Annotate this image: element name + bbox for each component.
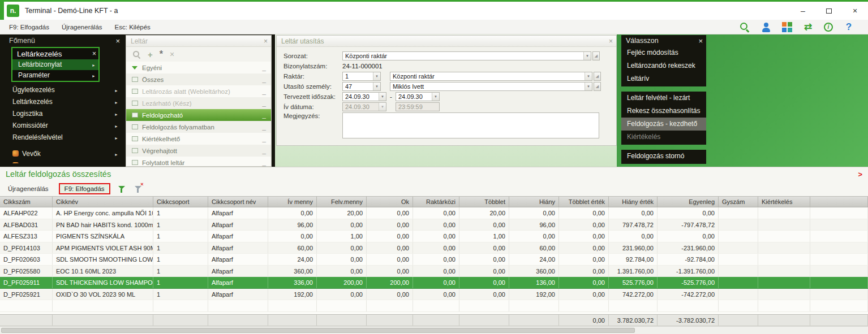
maximize-button[interactable]: [816, 2, 842, 20]
fomenu-item[interactable]: Logisztika►: [5, 108, 123, 120]
table-row[interactable]: D_PF025580EOC 10.1 60ML 20231Alfaparf360…: [0, 266, 868, 277]
submenu-item[interactable]: Leltárbizonylat►: [12, 59, 98, 70]
submenu-item[interactable]: Paraméter►: [12, 70, 98, 81]
dropdown-arrow-icon[interactable]: ▼: [373, 72, 380, 80]
idoszak-from-datepicker[interactable]: 24.09.30 ▼: [342, 92, 386, 101]
search-icon[interactable]: [132, 50, 141, 59]
totals-cell: [758, 315, 810, 326]
table-row[interactable]: ALFESZ313PIGMENTS SZÍNSKÁLA1Alfaparf0,00…: [0, 231, 868, 242]
menubar-item[interactable]: Újragenerálás: [56, 21, 108, 33]
table-row[interactable]: D_PF020603SDL SMOOTH SMOOTHING LOW SH1Al…: [0, 254, 868, 266]
submenu-close-icon[interactable]: ×: [92, 50, 96, 58]
leltar-filter-item[interactable]: Lezárható (Kész)_: [126, 97, 271, 109]
user-icon[interactable]: [760, 21, 772, 33]
valasszon-item[interactable]: Rekesz összehasonlítás: [621, 105, 706, 118]
sorozat-lookup-button[interactable]: ◢: [592, 51, 600, 60]
column-header[interactable]: Ok: [367, 197, 413, 207]
column-header[interactable]: Felv.menny: [317, 197, 367, 207]
valasszon-item[interactable]: Kiértékelés: [621, 131, 706, 144]
dropdown-arrow-icon[interactable]: ▼: [585, 72, 592, 80]
column-header[interactable]: Egyenleg: [658, 197, 719, 207]
column-header[interactable]: Raktárközi: [413, 197, 459, 207]
horizontal-scrollbar[interactable]: [0, 326, 868, 334]
close-button[interactable]: ×: [842, 2, 868, 20]
megjegyzes-textarea[interactable]: [342, 112, 599, 138]
sync-icon[interactable]: ⇄: [802, 21, 814, 33]
leltar-filter-item[interactable]: Kiértékelhető_: [126, 133, 271, 145]
expand-chevron-icon[interactable]: >: [858, 170, 862, 179]
utasito-lookup-button[interactable]: ◢: [594, 82, 601, 91]
leltar-filter-item[interactable]: Leltározás alatt (Webleltárhoz)_: [126, 85, 271, 97]
column-header[interactable]: Gyszám: [719, 197, 758, 207]
column-header[interactable]: Többlet érték: [559, 197, 609, 207]
table-row[interactable]: D_PF025911SDL THICKENING LOW SHAMPOO 11A…: [0, 277, 868, 289]
minimize-button[interactable]: –: [790, 2, 816, 20]
table-cell: Alfaparf: [208, 277, 268, 288]
menubar-item[interactable]: F9: Elfogadás: [3, 21, 55, 33]
valasszon-close-icon[interactable]: ×: [698, 37, 703, 45]
fomenu-item[interactable]: Ügyletkezelés►: [5, 84, 123, 96]
leltar-filter-item[interactable]: Feldolgozás folyamatban_: [126, 121, 271, 133]
clear-filter-icon[interactable]: ×: [134, 184, 143, 193]
column-header[interactable]: Hiány: [509, 197, 559, 207]
column-header[interactable]: Cikkszám: [0, 197, 53, 207]
scrollbar-thumb[interactable]: [1, 328, 635, 333]
column-header[interactable]: [810, 197, 868, 207]
menubar-item[interactable]: Esc: Kilépés: [109, 21, 156, 33]
dropdown-arrow-icon[interactable]: ▼: [379, 93, 386, 101]
search-icon[interactable]: [739, 21, 750, 33]
table-row[interactable]: D_PF025921OXID`O 30 VOL 2023 90 ML1Alfap…: [0, 289, 868, 301]
add-icon[interactable]: +: [148, 50, 153, 59]
leltar-filter-item[interactable]: Összes_: [126, 73, 271, 85]
valasszon-item[interactable]: Leltárív: [621, 72, 706, 85]
table-cell: 136,00: [509, 277, 559, 288]
raktar-lookup-button[interactable]: ◢: [594, 72, 601, 81]
idoszak-to-datepicker[interactable]: 24.09.30 ▼: [396, 92, 440, 101]
table-row[interactable]: D_PF014103APM PIGMENTS VIOLET ASH 90ML1A…: [0, 242, 868, 254]
leltar-filter-item[interactable]: Folytatott leltár_: [126, 157, 271, 167]
leltar-close-icon[interactable]: ×: [264, 37, 268, 45]
dropdown-arrow-icon[interactable]: ▼: [583, 52, 591, 60]
info-icon[interactable]: i: [824, 23, 833, 32]
dropdown-arrow-icon[interactable]: ▼: [373, 83, 380, 90]
help-icon[interactable]: ?: [843, 21, 854, 33]
leltar-filter-item[interactable]: Feldolgozható_: [126, 109, 271, 121]
fomenu-item[interactable]: Vevők►: [5, 148, 123, 160]
apps-icon[interactable]: [782, 22, 792, 32]
column-header[interactable]: Hiány érték: [609, 197, 658, 207]
column-header[interactable]: Kiértékelés: [758, 197, 810, 207]
utasito-name-combobox[interactable]: Miklós Ivett ▼: [390, 82, 592, 91]
leltar-filter-item[interactable]: Egyéni_: [126, 62, 271, 73]
raktar-name-combobox[interactable]: Központi raktár ▼: [390, 72, 592, 81]
valasszon-item[interactable]: Leltározandó rekeszek: [621, 59, 706, 72]
fomenu-close-icon[interactable]: ×: [115, 37, 120, 45]
dropdown-arrow-icon[interactable]: ▼: [432, 93, 439, 101]
utasito-code-combobox[interactable]: 47 ▼: [342, 82, 381, 91]
table-row[interactable]: ALFAHP022A. HP Energy conc. ampulla NŐI …: [0, 207, 868, 219]
column-header[interactable]: Cikknév: [53, 197, 153, 207]
column-header[interactable]: Többlet: [459, 197, 509, 207]
utasitas-close-icon[interactable]: ×: [609, 37, 613, 45]
valasszon-item[interactable]: Feldolgozás stornó: [621, 150, 706, 163]
window-controls: – ×: [790, 2, 868, 20]
valasszon-item[interactable]: Leltár felvétel - lezárt: [621, 92, 706, 105]
dropdown-arrow-icon[interactable]: ▼: [585, 83, 592, 90]
sorozat-combobox[interactable]: Központi raktár ▼: [342, 51, 591, 60]
column-header[interactable]: Cikkcsoport: [153, 197, 208, 207]
column-header[interactable]: Ív menny: [268, 197, 317, 207]
fomenu-item[interactable]: Komissiótér►: [5, 120, 123, 132]
fomenu-item[interactable]: [5, 160, 123, 163]
delete-icon[interactable]: ×: [170, 50, 174, 59]
leltar-filter-item[interactable]: Végrehajtott_: [126, 145, 271, 157]
valasszon-item[interactable]: Fejléc módosítás: [621, 46, 706, 59]
table-row[interactable]: ALFBAD031PN BAD hair HABITS kond. 1000ml…: [0, 219, 868, 231]
regenerate-button[interactable]: Újragenerálás: [5, 183, 52, 194]
accept-button[interactable]: F9: Elfogadás: [59, 183, 110, 194]
fomenu-item[interactable]: Leltárkezelés►: [5, 96, 123, 108]
filter-icon[interactable]: [117, 184, 127, 193]
edit-icon[interactable]: *: [160, 49, 163, 59]
fomenu-item[interactable]: Rendelésfelvétel►: [5, 132, 123, 144]
column-header[interactable]: Cikkcsoport név: [208, 197, 268, 207]
valasszon-item[interactable]: Feldolgozás - kezdhető: [621, 118, 706, 131]
raktar-code-combobox[interactable]: 1 ▼: [342, 72, 381, 81]
